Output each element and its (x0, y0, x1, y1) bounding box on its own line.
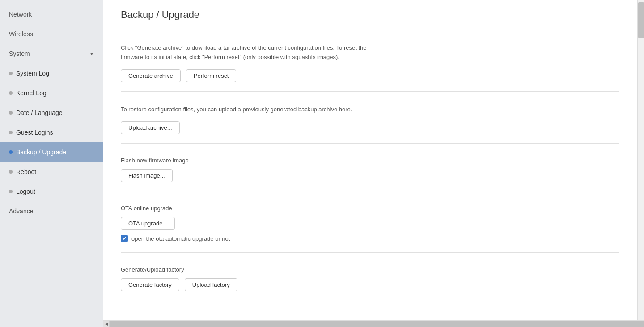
ota-checkbox-label: open the ota automatic upgrade or not (131, 234, 230, 243)
sidebar-item-advance[interactable]: Advance (0, 201, 103, 221)
scroll-left-arrow[interactable]: ◀ (103, 321, 110, 327)
sidebar-item-reboot[interactable]: Reboot (0, 162, 103, 182)
factory-button-row: Generate factory Upload factory (121, 278, 619, 291)
archive-button-row: Generate archive Perform reset (121, 69, 619, 82)
sidebar: Network Wireless System ▼ System Log Ker… (0, 0, 103, 327)
sidebar-item-kernel-log[interactable]: Kernel Log (0, 83, 103, 103)
dot-icon (9, 131, 13, 134)
flash-section: Flash new firmware image Flash image... (121, 157, 619, 191)
factory-label: Generate/Upload factory (121, 266, 619, 273)
ota-button-row: OTA upgrade... (121, 217, 619, 230)
bottom-scrollbar-track[interactable] (110, 321, 637, 327)
generate-factory-button[interactable]: Generate factory (121, 278, 179, 291)
page-title: Backup / Upgrade (121, 9, 619, 21)
page-header: Backup / Upgrade (103, 0, 637, 30)
bottom-scrollbar[interactable]: ◀ ▶ (103, 320, 644, 327)
archive-description: Click "Generate archive" to download a t… (121, 43, 389, 62)
sidebar-item-system-log[interactable]: System Log (0, 64, 103, 83)
flash-image-button[interactable]: Flash image... (121, 169, 173, 182)
bottom-scrollbar-thumb[interactable] (110, 321, 644, 327)
sidebar-item-system[interactable]: System ▼ (0, 44, 103, 64)
main-content: Backup / Upgrade Click "Generate archive… (103, 0, 637, 320)
scrollbar-thumb[interactable] (638, 2, 644, 38)
perform-reset-button[interactable]: Perform reset (186, 69, 237, 82)
sidebar-item-logout[interactable]: Logout (0, 182, 103, 201)
right-scrollbar[interactable] (637, 0, 644, 320)
restore-description: To restore configuration files, you can … (121, 105, 389, 115)
ota-upgrade-button[interactable]: OTA upgrade... (121, 217, 175, 230)
restore-button-row: Upload archive... (121, 121, 619, 134)
archive-section: Click "Generate archive" to download a t… (121, 43, 619, 92)
dot-icon (9, 150, 13, 154)
dot-icon (9, 72, 13, 75)
sidebar-item-network[interactable]: Network (0, 4, 103, 24)
upload-archive-button[interactable]: Upload archive... (121, 121, 180, 134)
sidebar-item-guest-logins[interactable]: Guest Logins (0, 123, 103, 142)
dot-icon (9, 190, 13, 193)
flash-label: Flash new firmware image (121, 157, 619, 164)
sidebar-item-wireless[interactable]: Wireless (0, 24, 103, 44)
content-area: Click "Generate archive" to download a t… (103, 30, 637, 320)
dot-icon (9, 170, 13, 174)
dot-icon (9, 91, 13, 95)
chevron-down-icon: ▼ (89, 51, 94, 56)
sidebar-item-backup-upgrade[interactable]: Backup / Upgrade (0, 142, 103, 162)
sidebar-item-date-language[interactable]: Date / Language (0, 103, 103, 123)
ota-checkbox-row: open the ota automatic upgrade or not (121, 234, 619, 243)
upload-factory-button[interactable]: Upload factory (185, 278, 237, 291)
flash-button-row: Flash image... (121, 169, 619, 182)
factory-section: Generate/Upload factory Generate factory… (121, 266, 619, 300)
dot-icon (9, 111, 13, 115)
ota-checkbox[interactable] (121, 235, 128, 242)
generate-archive-button[interactable]: Generate archive (121, 69, 181, 82)
ota-label: OTA online upgrade (121, 205, 619, 212)
restore-section: To restore configuration files, you can … (121, 105, 619, 144)
ota-section: OTA online upgrade OTA upgrade... open t… (121, 205, 619, 253)
